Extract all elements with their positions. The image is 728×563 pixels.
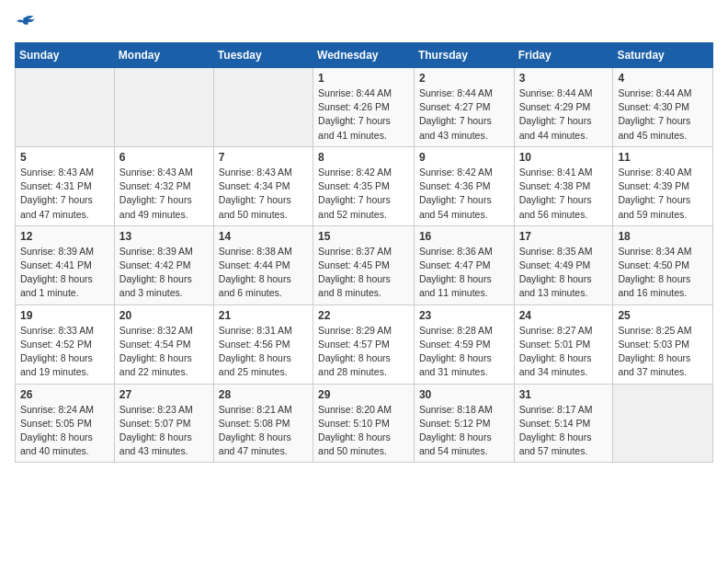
day-number: 18 [618, 230, 708, 243]
calendar-cell: 8Sunrise: 8:42 AM Sunset: 4:35 PM Daylig… [313, 146, 415, 225]
calendar-cell: 20Sunrise: 8:32 AM Sunset: 4:54 PM Dayli… [114, 304, 213, 384]
day-info: Sunrise: 8:17 AM Sunset: 5:14 PM Dayligh… [519, 403, 609, 459]
day-number: 24 [519, 309, 609, 322]
day-number: 3 [519, 72, 609, 85]
day-info: Sunrise: 8:44 AM Sunset: 4:30 PM Dayligh… [618, 86, 708, 143]
day-info: Sunrise: 8:36 AM Sunset: 4:47 PM Dayligh… [419, 245, 509, 301]
calendar-cell: 26Sunrise: 8:24 AM Sunset: 5:05 PM Dayli… [16, 384, 115, 463]
calendar-cell: 9Sunrise: 8:42 AM Sunset: 4:36 PM Daylig… [414, 146, 514, 225]
day-number: 10 [519, 151, 609, 164]
calendar-cell: 19Sunrise: 8:33 AM Sunset: 4:52 PM Dayli… [16, 304, 115, 384]
day-number: 28 [219, 388, 308, 401]
calendar-header: SundayMondayTuesdayWednesdayThursdayFrid… [16, 43, 713, 68]
day-number: 17 [519, 230, 609, 243]
calendar-cell: 24Sunrise: 8:27 AM Sunset: 5:01 PM Dayli… [514, 304, 613, 384]
day-number: 9 [419, 151, 509, 164]
weekday-header-sunday: Sunday [16, 43, 115, 68]
day-number: 21 [219, 309, 308, 322]
calendar-cell: 13Sunrise: 8:39 AM Sunset: 4:42 PM Dayli… [114, 225, 213, 304]
day-number: 1 [318, 72, 409, 85]
day-number: 2 [419, 72, 509, 85]
calendar-cell [16, 68, 115, 147]
day-number: 29 [318, 388, 409, 401]
calendar-cell: 21Sunrise: 8:31 AM Sunset: 4:56 PM Dayli… [213, 304, 313, 384]
day-info: Sunrise: 8:39 AM Sunset: 4:41 PM Dayligh… [20, 245, 109, 301]
calendar-cell: 1Sunrise: 8:44 AM Sunset: 4:26 PM Daylig… [313, 68, 415, 147]
calendar-week-1: 1Sunrise: 8:44 AM Sunset: 4:26 PM Daylig… [16, 68, 713, 147]
calendar-cell: 18Sunrise: 8:34 AM Sunset: 4:50 PM Dayli… [613, 225, 713, 304]
day-info: Sunrise: 8:40 AM Sunset: 4:39 PM Dayligh… [618, 166, 708, 222]
day-number: 7 [219, 151, 308, 164]
calendar-cell: 11Sunrise: 8:40 AM Sunset: 4:39 PM Dayli… [613, 146, 713, 225]
day-number: 11 [618, 151, 708, 164]
calendar-cell: 17Sunrise: 8:35 AM Sunset: 4:49 PM Dayli… [514, 225, 613, 304]
day-number: 14 [219, 230, 308, 243]
weekday-header-wednesday: Wednesday [313, 43, 415, 68]
calendar-cell: 25Sunrise: 8:25 AM Sunset: 5:03 PM Dayli… [613, 304, 713, 384]
day-info: Sunrise: 8:43 AM Sunset: 4:31 PM Dayligh… [20, 166, 109, 222]
calendar-week-2: 5Sunrise: 8:43 AM Sunset: 4:31 PM Daylig… [16, 146, 713, 225]
day-number: 20 [119, 309, 209, 322]
calendar-cell: 23Sunrise: 8:28 AM Sunset: 4:59 PM Dayli… [414, 304, 514, 384]
day-info: Sunrise: 8:31 AM Sunset: 4:56 PM Dayligh… [219, 324, 308, 380]
day-info: Sunrise: 8:42 AM Sunset: 4:36 PM Dayligh… [419, 166, 509, 222]
calendar-cell: 28Sunrise: 8:21 AM Sunset: 5:08 PM Dayli… [213, 384, 313, 463]
day-info: Sunrise: 8:23 AM Sunset: 5:07 PM Dayligh… [119, 403, 209, 459]
day-info: Sunrise: 8:25 AM Sunset: 5:03 PM Dayligh… [618, 324, 708, 380]
day-info: Sunrise: 8:29 AM Sunset: 4:57 PM Dayligh… [318, 324, 409, 380]
calendar-week-4: 19Sunrise: 8:33 AM Sunset: 4:52 PM Dayli… [16, 304, 713, 384]
day-info: Sunrise: 8:20 AM Sunset: 5:10 PM Dayligh… [318, 403, 409, 459]
weekday-header-tuesday: Tuesday [213, 43, 313, 68]
day-info: Sunrise: 8:42 AM Sunset: 4:35 PM Dayligh… [318, 166, 409, 222]
calendar-cell: 16Sunrise: 8:36 AM Sunset: 4:47 PM Dayli… [414, 225, 514, 304]
calendar-cell: 30Sunrise: 8:18 AM Sunset: 5:12 PM Dayli… [414, 384, 514, 463]
day-info: Sunrise: 8:44 AM Sunset: 4:29 PM Dayligh… [519, 86, 609, 143]
day-number: 8 [318, 151, 409, 164]
calendar-cell [213, 68, 313, 147]
weekday-header-friday: Friday [514, 43, 613, 68]
day-info: Sunrise: 8:43 AM Sunset: 4:34 PM Dayligh… [219, 166, 308, 222]
day-info: Sunrise: 8:34 AM Sunset: 4:50 PM Dayligh… [618, 245, 708, 301]
calendar-cell [114, 68, 213, 147]
calendar-cell: 5Sunrise: 8:43 AM Sunset: 4:31 PM Daylig… [16, 146, 115, 225]
weekday-header-monday: Monday [114, 43, 213, 68]
day-info: Sunrise: 8:21 AM Sunset: 5:08 PM Dayligh… [219, 403, 308, 459]
weekday-header-saturday: Saturday [613, 43, 713, 68]
calendar-cell: 15Sunrise: 8:37 AM Sunset: 4:45 PM Dayli… [313, 225, 415, 304]
day-number: 16 [419, 230, 509, 243]
day-number: 13 [119, 230, 209, 243]
day-number: 30 [419, 388, 509, 401]
calendar-cell: 10Sunrise: 8:41 AM Sunset: 4:38 PM Dayli… [514, 146, 613, 225]
day-info: Sunrise: 8:37 AM Sunset: 4:45 PM Dayligh… [318, 245, 409, 301]
calendar-week-5: 26Sunrise: 8:24 AM Sunset: 5:05 PM Dayli… [16, 384, 713, 463]
calendar-cell: 31Sunrise: 8:17 AM Sunset: 5:14 PM Dayli… [514, 384, 613, 463]
day-number: 23 [419, 309, 509, 322]
page-header [15, 15, 713, 33]
calendar-cell: 7Sunrise: 8:43 AM Sunset: 4:34 PM Daylig… [213, 146, 313, 225]
calendar-cell: 27Sunrise: 8:23 AM Sunset: 5:07 PM Dayli… [114, 384, 213, 463]
day-info: Sunrise: 8:32 AM Sunset: 4:54 PM Dayligh… [119, 324, 209, 380]
calendar-cell: 29Sunrise: 8:20 AM Sunset: 5:10 PM Dayli… [313, 384, 415, 463]
day-info: Sunrise: 8:18 AM Sunset: 5:12 PM Dayligh… [419, 403, 509, 459]
day-info: Sunrise: 8:24 AM Sunset: 5:05 PM Dayligh… [20, 403, 109, 459]
day-info: Sunrise: 8:39 AM Sunset: 4:42 PM Dayligh… [119, 245, 209, 301]
day-number: 27 [119, 388, 209, 401]
day-number: 26 [20, 388, 109, 401]
day-info: Sunrise: 8:43 AM Sunset: 4:32 PM Dayligh… [119, 166, 209, 222]
day-number: 4 [618, 72, 708, 85]
day-number: 25 [618, 309, 708, 322]
calendar-table: SundayMondayTuesdayWednesdayThursdayFrid… [15, 42, 713, 463]
logo-bird-icon [15, 15, 37, 33]
weekday-header-thursday: Thursday [414, 43, 514, 68]
calendar-cell: 22Sunrise: 8:29 AM Sunset: 4:57 PM Dayli… [313, 304, 415, 384]
day-info: Sunrise: 8:27 AM Sunset: 5:01 PM Dayligh… [519, 324, 609, 380]
day-number: 15 [318, 230, 409, 243]
day-number: 5 [20, 151, 109, 164]
day-info: Sunrise: 8:44 AM Sunset: 4:27 PM Dayligh… [419, 86, 509, 143]
day-number: 19 [20, 309, 109, 322]
day-number: 6 [119, 151, 209, 164]
day-info: Sunrise: 8:35 AM Sunset: 4:49 PM Dayligh… [519, 245, 609, 301]
day-info: Sunrise: 8:28 AM Sunset: 4:59 PM Dayligh… [419, 324, 509, 380]
day-info: Sunrise: 8:41 AM Sunset: 4:38 PM Dayligh… [519, 166, 609, 222]
day-number: 31 [519, 388, 609, 401]
